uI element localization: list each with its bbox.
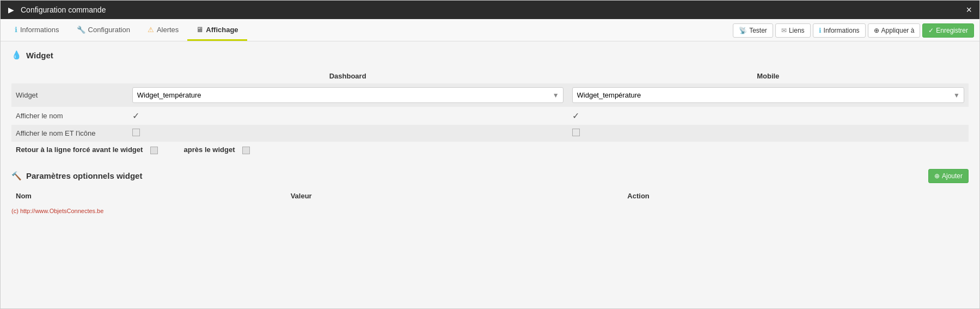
widget-mobile-select-cell: Widget_température ▼ bbox=[568, 83, 969, 107]
params-section: 🔨 Paramètres optionnels widget ⊕ Ajouter… bbox=[11, 169, 969, 203]
checkbox-linebreak-before[interactable] bbox=[150, 147, 158, 154]
afficher-nom-icone-mobile-cell bbox=[568, 125, 969, 142]
tab-affichage[interactable]: 🖥 Affichage bbox=[187, 19, 247, 41]
widget-row-label: Widget bbox=[11, 83, 128, 107]
modal-close-button[interactable]: × bbox=[966, 5, 972, 15]
footer-credit: (c) http://www.ObjetsConnectes.be bbox=[11, 208, 969, 214]
dashboard-select-wrapper: Widget_température ▼ bbox=[132, 87, 564, 103]
tabs-right: 📡 Tester ✉ Liens ℹ Informations ⊕ Appliq… bbox=[733, 23, 974, 41]
modal-header-left: ▶ Configuration commande bbox=[8, 5, 106, 14]
col-header-empty bbox=[11, 69, 128, 83]
linebreak-cell: Retour à la ligne forcé avant le widget … bbox=[11, 142, 969, 158]
monitor-icon: 🖥 bbox=[196, 26, 203, 34]
col-action: Action bbox=[623, 189, 969, 203]
plus-icon: ⊕ bbox=[934, 172, 940, 180]
expand-arrow-icon: ▶ bbox=[8, 5, 14, 14]
tab-alertes[interactable]: ⚠ Alertes bbox=[139, 19, 187, 41]
tools-icon: 🔨 bbox=[11, 171, 22, 181]
dashboard-widget-select[interactable]: Widget_température bbox=[132, 87, 564, 103]
table-row: Widget Widget_température ▼ Widget_te bbox=[11, 83, 969, 107]
checkmark-mobile-afficher-nom: ✓ bbox=[572, 111, 579, 121]
params-section-header: 🔨 Paramètres optionnels widget ⊕ Ajouter bbox=[11, 169, 969, 183]
water-icon: 💧 bbox=[11, 50, 22, 60]
afficher-nom-dashboard-cell: ✓ bbox=[128, 107, 568, 125]
wrench-icon: 🔧 bbox=[77, 26, 85, 34]
tabs-row: ℹ Informations 🔧 Configuration ⚠ Alertes… bbox=[1, 19, 979, 41]
mail-icon: ✉ bbox=[781, 27, 787, 34]
enregistrer-button[interactable]: ✓ Enregistrer bbox=[922, 23, 974, 38]
tab-configuration[interactable]: 🔧 Configuration bbox=[68, 19, 139, 41]
tab-informations[interactable]: ℹ Informations bbox=[6, 19, 68, 41]
tabs-left: ℹ Informations 🔧 Configuration ⚠ Alertes… bbox=[6, 19, 247, 41]
table-row-linebreak: Retour à la ligne forcé avant le widget … bbox=[11, 142, 969, 158]
col-valeur: Valeur bbox=[286, 189, 623, 203]
modal-header: ▶ Configuration commande × bbox=[1, 1, 979, 19]
liens-button[interactable]: ✉ Liens bbox=[775, 23, 811, 38]
checkbox-linebreak-after[interactable] bbox=[242, 147, 250, 154]
modal-title: Configuration commande bbox=[21, 5, 106, 14]
modal-configuration-commande: ▶ Configuration commande × ℹ Information… bbox=[0, 0, 980, 309]
tester-button[interactable]: 📡 Tester bbox=[733, 23, 773, 38]
widget-section-title: 💧 Widget bbox=[11, 50, 969, 60]
info-btn-icon: ℹ bbox=[819, 27, 822, 34]
afficher-nom-label: Afficher le nom bbox=[11, 107, 128, 125]
check-circle-icon: ✓ bbox=[928, 27, 934, 34]
widget-table: Dashboard Mobile Widget Widget_températu… bbox=[11, 69, 969, 158]
alert-icon: ⚠ bbox=[148, 26, 154, 34]
checkbox-mobile-afficher-icone[interactable] bbox=[572, 129, 580, 136]
linebreak-after-label: après le widget bbox=[184, 146, 235, 154]
informations-button[interactable]: ℹ Informations bbox=[813, 23, 866, 38]
plus-circle-icon: ⊕ bbox=[874, 27, 879, 34]
table-row: Afficher le nom ET l'icône bbox=[11, 125, 969, 142]
params-table: Nom Valeur Action bbox=[11, 189, 969, 203]
linebreak-before-label: Retour à la ligne forcé avant le widget bbox=[16, 146, 143, 154]
modal-body: 💧 Widget Dashboard Mobile Widget bbox=[1, 41, 979, 308]
table-row: Afficher le nom ✓ ✓ bbox=[11, 107, 969, 125]
rss-icon: 📡 bbox=[739, 27, 747, 34]
add-param-button[interactable]: ⊕ Ajouter bbox=[928, 169, 969, 183]
params-section-title: 🔨 Paramètres optionnels widget bbox=[11, 171, 142, 181]
mobile-select-wrapper: Widget_température ▼ bbox=[572, 87, 964, 103]
checkmark-dashboard-afficher-nom: ✓ bbox=[132, 111, 139, 121]
appliquer-button[interactable]: ⊕ Appliquer à bbox=[868, 23, 921, 38]
widget-dashboard-select-cell: Widget_température ▼ bbox=[128, 83, 568, 107]
col-header-dashboard: Dashboard bbox=[128, 69, 568, 83]
col-header-mobile: Mobile bbox=[568, 69, 969, 83]
checkbox-dashboard-afficher-icone[interactable] bbox=[132, 129, 140, 136]
afficher-nom-icone-dashboard-cell bbox=[128, 125, 568, 142]
afficher-nom-mobile-cell: ✓ bbox=[568, 107, 969, 125]
afficher-nom-icone-label: Afficher le nom ET l'icône bbox=[11, 125, 128, 142]
col-nom: Nom bbox=[11, 189, 286, 203]
mobile-widget-select[interactable]: Widget_température bbox=[572, 87, 964, 103]
info-icon: ℹ bbox=[15, 26, 17, 34]
params-table-header-row: Nom Valeur Action bbox=[11, 189, 969, 203]
